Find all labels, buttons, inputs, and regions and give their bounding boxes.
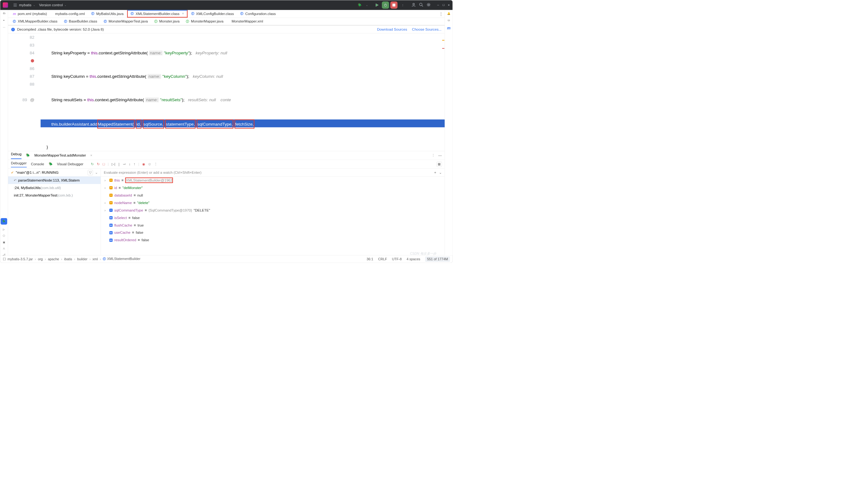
- project-icon[interactable]: 🗀: [3, 12, 5, 15]
- editor-tab[interactable]: ⒾMonsterMapper.java: [183, 18, 226, 25]
- editor-tab[interactable]: ⒸConfiguration.class: [237, 10, 279, 18]
- debug-tab[interactable]: Debug: [11, 152, 22, 159]
- rerun-debug-icon[interactable]: ↻: [97, 162, 100, 166]
- terminal-icon[interactable]: ▣: [3, 240, 5, 244]
- stack-frame[interactable]: init:27, MonsterMapperTest (com.lxb.): [8, 192, 101, 199]
- rerun-icon[interactable]: ↻: [91, 162, 94, 166]
- step-into-icon[interactable]: ↓: [129, 162, 131, 166]
- editor-tabs-primary: mpom.xml (mybatis)mybatis-config.xmlⒸMyB…: [8, 10, 445, 18]
- debugger-subtab[interactable]: Debugger: [11, 161, 27, 167]
- breakpoint-icon[interactable]: [8, 57, 38, 65]
- code-area[interactable]: String keyProperty = this.context.getStr…: [41, 33, 445, 151]
- stack-frame[interactable]: :24, MyBatisUtils (com.lxb.util): [8, 184, 101, 192]
- minimize-icon[interactable]: —: [438, 153, 442, 158]
- indent[interactable]: 4 spaces: [406, 257, 420, 261]
- editor-tab[interactable]: mybatis-config.xml: [51, 10, 88, 18]
- close-icon[interactable]: ×: [182, 12, 184, 16]
- database-icon[interactable]: ⛁: [448, 19, 450, 22]
- variable-row[interactable]: ›≡ sqlCommandType = {SqlCommandType@1970…: [101, 207, 445, 214]
- variable-row[interactable]: ≡ databaseId = null: [101, 192, 445, 199]
- visual-debugger-subtab[interactable]: Visual Debugger: [57, 162, 83, 166]
- user-icon[interactable]: [412, 2, 416, 8]
- resume-icon[interactable]: ▷|: [112, 162, 115, 166]
- variable-row[interactable]: 01 flushCache = true: [101, 222, 445, 229]
- breadcrumb-item[interactable]: Ⓒ XMLStatementBuilder: [103, 257, 140, 261]
- chevron-down-icon[interactable]: ⌄: [95, 170, 98, 175]
- editor-tab[interactable]: ⒸXMLConfigBuilder.class: [188, 10, 237, 18]
- variable-row[interactable]: 01 useCache = false: [101, 229, 445, 237]
- step-out-icon[interactable]: ↑: [133, 162, 135, 166]
- run-button[interactable]: [373, 2, 381, 9]
- vcs-dropdown[interactable]: Version control: [39, 3, 63, 7]
- minimize-button[interactable]: ─: [437, 3, 439, 6]
- caret-position[interactable]: 36:1: [366, 257, 373, 261]
- more-icon[interactable]: ⋯: [3, 25, 5, 29]
- editor-tab[interactable]: ⒸMonsterMapperTest.java: [101, 18, 151, 25]
- problems-icon[interactable]: ⚠: [3, 247, 5, 250]
- editor-tab[interactable]: ⒸBaseBuilder.class: [61, 18, 100, 25]
- vcs-icon[interactable]: ⎇: [2, 254, 5, 257]
- download-sources-link[interactable]: Download Sources: [377, 27, 407, 32]
- pause-icon[interactable]: ‖: [118, 162, 120, 166]
- variable-row[interactable]: ›≡ this = XMLStatementBuilder@1962: [101, 176, 445, 184]
- more-icon[interactable]: ⋮: [432, 153, 435, 158]
- editor-tab[interactable]: MonsterMapper.xml: [227, 18, 266, 25]
- watch-input[interactable]: Evaluate expression (Enter) or add a wat…: [104, 170, 202, 175]
- more-icon[interactable]: ⋮: [399, 2, 406, 8]
- debug-button[interactable]: [382, 2, 389, 9]
- more-icon[interactable]: ⋮: [439, 12, 443, 16]
- view-breakpoints-icon[interactable]: ◉: [142, 162, 145, 166]
- error-stripe[interactable]: [442, 33, 445, 151]
- notifications-icon[interactable]: 🔔: [447, 12, 450, 15]
- titlebar: mybatis⌄ Version control⌄ 🪲 ⌄ ⋮ ─ ☐ ✕: [0, 0, 453, 10]
- variable-row[interactable]: 01 resultOrdered = false: [101, 237, 445, 244]
- structure-icon[interactable]: ⚭: [3, 19, 5, 22]
- breadcrumb-item[interactable]: xml: [93, 257, 98, 261]
- services-icon[interactable]: ⬡: [3, 234, 5, 237]
- debug-session-tab[interactable]: MonsterMapperTest.addMonster: [34, 153, 86, 158]
- editor-tab[interactable]: ⒸXMLMapperBuilder.class: [10, 18, 60, 25]
- close-icon[interactable]: ×: [90, 153, 93, 158]
- debug-tool-button[interactable]: 🪲: [1, 218, 7, 225]
- layout-icon[interactable]: ⊞: [436, 162, 442, 167]
- editor-tab[interactable]: ⒾMonster.java: [152, 18, 183, 25]
- more-icon[interactable]: ⋮: [154, 162, 157, 166]
- add-watch-icon[interactable]: +: [434, 170, 436, 175]
- project-dropdown[interactable]: mybatis: [19, 3, 32, 7]
- memory-indicator[interactable]: 551 of 1774M: [425, 257, 450, 262]
- stop-button[interactable]: [390, 2, 397, 9]
- editor-tab[interactable]: ⒸXMLStatementBuilder.class×: [127, 10, 187, 18]
- mute-breakpoints-icon[interactable]: ⊘: [148, 162, 151, 166]
- breadcrumb[interactable]: mybatis-3.5.7.jar›org›apache›ibatis›buil…: [8, 257, 140, 261]
- step-over-icon[interactable]: ⤻: [123, 162, 126, 166]
- chevron-down-icon[interactable]: ⌄: [439, 170, 442, 175]
- close-button[interactable]: ✕: [448, 3, 450, 7]
- choose-sources-link[interactable]: Choose Sources...: [412, 27, 442, 32]
- nav-home-icon[interactable]: ☐: [3, 257, 6, 261]
- maximize-button[interactable]: ☐: [442, 3, 445, 7]
- gear-icon[interactable]: [426, 2, 431, 8]
- breadcrumb-item[interactable]: org: [38, 257, 43, 261]
- filter-icon[interactable]: ▽: [88, 170, 93, 175]
- encoding[interactable]: UTF-8: [392, 257, 402, 261]
- breadcrumb-item[interactable]: ibatis: [64, 257, 72, 261]
- breadcrumb-item[interactable]: apache: [48, 257, 59, 261]
- line-separator[interactable]: CRLF: [378, 257, 387, 261]
- console-subtab[interactable]: Console: [31, 162, 44, 166]
- breadcrumb-item[interactable]: mybatis-3.5.7.jar: [8, 257, 33, 261]
- editor-tab[interactable]: mpom.xml (mybatis): [10, 10, 50, 18]
- variable-row[interactable]: ›≡ id = "delMonster": [101, 184, 445, 192]
- variable-row[interactable]: 01 isSelect = false: [101, 214, 445, 222]
- editor[interactable]: 82 83 84 86 87 88 89@ String keyProperty…: [8, 33, 445, 151]
- thread-selector[interactable]: "main"@1 i...n": RUNNING: [16, 170, 59, 175]
- breadcrumb-item[interactable]: builder: [77, 257, 87, 261]
- menu-icon[interactable]: [12, 2, 19, 8]
- variable-row[interactable]: ›≡ nodeName = "delete": [101, 199, 445, 207]
- run-tool-button[interactable]: ▷: [3, 228, 5, 231]
- maven-icon[interactable]: m: [447, 26, 451, 31]
- search-icon[interactable]: [419, 2, 423, 8]
- svg-point-4: [428, 4, 429, 5]
- stack-frame[interactable]: ↶parseStatementNode:113, XMLStatem: [8, 176, 101, 184]
- stop-icon[interactable]: □: [103, 162, 105, 166]
- editor-tab[interactable]: ⒸMyBatisUtils.java: [89, 10, 126, 18]
